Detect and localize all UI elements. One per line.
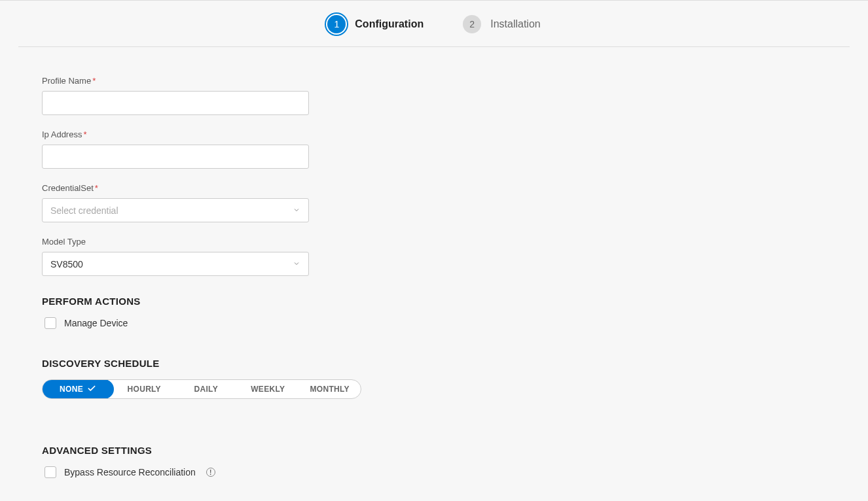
profile-name-input[interactable] — [42, 91, 309, 115]
ip-address-input[interactable] — [42, 145, 309, 169]
schedule-option-hourly[interactable]: HOURLY — [113, 380, 175, 398]
manage-device-label: Manage Device — [64, 318, 128, 328]
credential-set-label: CredentialSet* — [42, 183, 868, 193]
step-2-label: Installation — [490, 18, 541, 30]
ip-address-label: Ip Address* — [42, 130, 868, 139]
required-asterisk: * — [95, 183, 98, 193]
schedule-option-daily[interactable]: DAILY — [175, 380, 238, 398]
schedule-option-weekly[interactable]: WEEKLY — [237, 380, 299, 398]
required-asterisk: * — [83, 130, 86, 139]
profile-name-label: Profile Name* — [42, 76, 868, 86]
step-installation[interactable]: 2 Installation — [463, 15, 541, 33]
schedule-option-monthly[interactable]: MONTHLY — [299, 380, 361, 398]
wizard-stepper: 1 Configuration 2 Installation — [18, 1, 850, 47]
credential-set-placeholder: Select credential — [50, 205, 118, 216]
check-icon — [87, 384, 96, 395]
discovery-schedule-toggle: NONE HOURLY DAILY WEEKLY MONTHLY — [42, 379, 361, 399]
discovery-schedule-header: DISCOVERY SCHEDULE — [42, 358, 868, 369]
step-configuration[interactable]: 1 Configuration — [327, 15, 424, 33]
schedule-option-none[interactable]: NONE — [42, 379, 114, 399]
advanced-settings-header: ADVANCED SETTINGS — [42, 445, 868, 456]
step-1-label: Configuration — [355, 18, 424, 30]
credential-set-select[interactable]: Select credential — [42, 198, 309, 222]
bypass-reconciliation-label: Bypass Resource Reconciliation — [64, 467, 196, 477]
manage-device-checkbox[interactable] — [45, 317, 56, 329]
chevron-down-icon — [293, 258, 300, 270]
model-type-value: SV8500 — [50, 259, 83, 269]
step-1-circle: 1 — [327, 15, 346, 33]
required-asterisk: * — [92, 76, 96, 86]
info-icon[interactable]: ! — [206, 468, 215, 477]
bypass-reconciliation-checkbox[interactable] — [45, 466, 56, 478]
step-2-circle: 2 — [463, 15, 481, 33]
chevron-down-icon — [293, 205, 300, 216]
perform-actions-header: PERFORM ACTIONS — [42, 296, 868, 307]
model-type-select[interactable]: SV8500 — [42, 252, 309, 276]
model-type-label: Model Type — [42, 237, 868, 247]
